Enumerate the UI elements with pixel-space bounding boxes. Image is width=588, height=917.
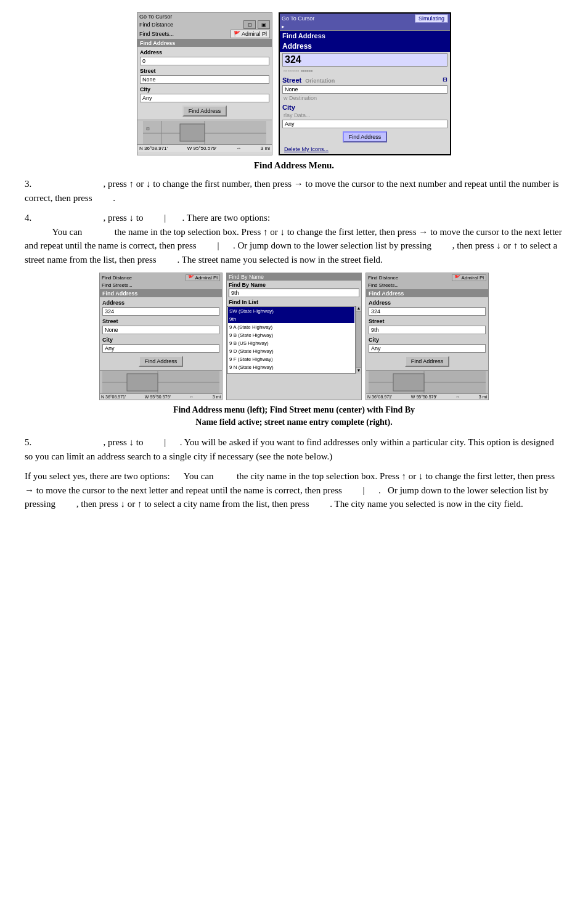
nav-icon-1[interactable]: ⊡ bbox=[243, 20, 256, 29]
delete-icons-label[interactable]: Delete My Icons... bbox=[282, 146, 447, 153]
addr-lbl-br: Address bbox=[369, 300, 486, 306]
find-addr-btn-bl[interactable]: Find Address bbox=[139, 356, 184, 367]
find-by-name-header: Find By Name bbox=[227, 273, 361, 281]
find-in-list-label: Find In List bbox=[227, 298, 361, 306]
br-form: Address 324 Street 9th City Any Find Add… bbox=[366, 297, 488, 370]
top-right-toolbar: Go To Cursor Simulating ▸ bbox=[280, 14, 450, 31]
para-4-text: , press ↓ to | . There are two options: bbox=[34, 213, 270, 223]
destination-label: w Destination bbox=[282, 95, 447, 101]
find-address-header: Find Address bbox=[137, 39, 272, 47]
address-field[interactable]: 0 bbox=[140, 57, 269, 65]
go-to-cursor-label-r: Go To Cursor bbox=[282, 15, 413, 22]
top-screenshots-row: Go To Cursor Find Distance ⊡ ▣ Find Stre… bbox=[25, 12, 563, 155]
find-dist-lbl: Find Distance bbox=[102, 275, 132, 281]
para-4-indent: You can the name in the top selection bo… bbox=[25, 227, 562, 265]
list-item-0[interactable]: 9 A (State Highway) bbox=[228, 323, 354, 331]
find-list-area[interactable]: SW (State Highway) 9th 9 A (State Highwa… bbox=[227, 306, 356, 374]
find-address-button-r[interactable]: Find Address bbox=[343, 131, 388, 142]
svg-rect-4 bbox=[180, 124, 205, 141]
map-svg-bl bbox=[102, 371, 219, 393]
paragraph-5: 5. , press ↓ to | . You will be asked if… bbox=[25, 435, 563, 463]
list-item-3[interactable]: 9 D (State Highway) bbox=[228, 347, 354, 355]
right-form: 324 ▫▫▫▫▫▫▫▫ ▪▪▪▪▪▪ Street Orientation ⊡… bbox=[280, 52, 450, 154]
paragraph-3: 3. , press ↑ or ↓ to change the first nu… bbox=[25, 177, 563, 205]
caption-1: Find Address Menu. bbox=[25, 160, 563, 171]
top-left-panel: Go To Cursor Find Distance ⊡ ▣ Find Stre… bbox=[137, 12, 272, 155]
find-streets-lbl-r: Find Streets... bbox=[367, 282, 487, 289]
find-by-name-section: Find By Name bbox=[227, 281, 361, 298]
svg-rect-9 bbox=[127, 374, 158, 391]
list-scrollbar[interactable]: ▲ ▼ bbox=[356, 306, 361, 374]
address-label: Address bbox=[140, 49, 269, 56]
scroll-down-btn[interactable]: ▼ bbox=[356, 368, 361, 374]
top-right-panel: Go To Cursor Simulating ▸ Find Address A… bbox=[279, 12, 451, 155]
str-lbl-bl: Street bbox=[102, 318, 219, 324]
find-by-name-label: Find By Name bbox=[229, 282, 359, 288]
find-by-name-input[interactable] bbox=[229, 289, 359, 297]
svg-text:⊡: ⊡ bbox=[146, 126, 150, 131]
find-addr-hdr-br: Find Address bbox=[366, 290, 488, 297]
caption-2: Find Address menu (left); Find Street me… bbox=[25, 404, 563, 428]
city-field[interactable]: Any bbox=[140, 94, 269, 102]
location-tag-br: 🚩 Admiral Pl bbox=[452, 274, 486, 281]
address-bold-header: Address bbox=[280, 41, 450, 52]
map-svg: ⊡ bbox=[143, 121, 266, 144]
str-fld-bl[interactable]: None bbox=[102, 326, 219, 334]
bottom-center-panel: Find By Name Find By Name Find In List S… bbox=[226, 273, 362, 400]
street-label-r: Street Orientation ⊡ bbox=[282, 76, 447, 84]
str-fld-br[interactable]: 9th bbox=[369, 326, 486, 334]
map-bl bbox=[100, 370, 222, 393]
simulating-badge: Simulating bbox=[415, 14, 448, 23]
go-to-cursor-label: Go To Cursor bbox=[139, 14, 270, 20]
map-label-r: ▫▫▫▫▫▫▫▫ ▪▪▪▪▪▪ bbox=[282, 68, 447, 74]
city-lbl-br: City bbox=[369, 337, 486, 343]
addr-lbl-bl: Address bbox=[102, 300, 219, 306]
city-fld-br[interactable]: Any bbox=[369, 344, 486, 353]
bottom-right-panel: Find Distance 🚩 Admiral Pl Find Streets.… bbox=[365, 273, 489, 400]
find-addr-btn-br[interactable]: Find Address bbox=[405, 356, 450, 367]
list-item-1[interactable]: 9 B (State Highway) bbox=[228, 331, 354, 339]
list-item-5[interactable]: 9 N (State Highway) bbox=[228, 363, 354, 371]
scroll-up-btn[interactable]: ▲ bbox=[356, 306, 361, 312]
coords-bl: N 36°08.971' W 95°50.579' ↔ 3 mi bbox=[100, 393, 222, 400]
find-dist-lbl-r: Find Distance bbox=[368, 275, 398, 281]
bl-form: Address 324 Street None City Any Find Ad… bbox=[100, 297, 222, 370]
nav-icon-2[interactable]: ▣ bbox=[258, 20, 270, 29]
city-lbl-bl: City bbox=[102, 337, 219, 343]
city-label: City bbox=[140, 86, 269, 93]
find-addr-hdr-bl: Find Address bbox=[100, 290, 222, 297]
find-list-container: SW (State Highway) 9th 9 A (State Highwa… bbox=[227, 306, 361, 374]
city-field-r[interactable]: Any bbox=[282, 120, 447, 128]
str-lbl-br: Street bbox=[369, 318, 486, 324]
top-left-toolbar: Go To Cursor Find Distance ⊡ ▣ Find Stre… bbox=[137, 13, 272, 39]
list-item-4[interactable]: 9 F (State Highway) bbox=[228, 355, 354, 363]
para-3-text: , press ↑ or ↓ to change the first numbe… bbox=[25, 179, 559, 203]
addr-fld-br[interactable]: 324 bbox=[369, 307, 486, 316]
street-field[interactable]: None bbox=[140, 75, 269, 84]
find-address-button[interactable]: Find Address bbox=[182, 105, 227, 117]
bottom-left-panel: Find Distance 🚩 Admiral Pl Find Streets.… bbox=[99, 273, 223, 400]
bottom-screenshots-row: Find Distance 🚩 Admiral Pl Find Streets.… bbox=[25, 273, 563, 400]
street-field-r[interactable]: None bbox=[282, 85, 447, 94]
find-streets-label: Find Streets... bbox=[139, 31, 229, 37]
orientation-icon: ⊡ bbox=[443, 76, 447, 83]
list-item-9th[interactable]: 9th bbox=[228, 315, 354, 323]
list-item-6[interactable]: 9 P (State Highway) bbox=[228, 371, 354, 374]
list-item-sw[interactable]: SW (State Highway) bbox=[228, 307, 354, 315]
city-label-r: City bbox=[282, 104, 447, 111]
city-fld-bl[interactable]: Any bbox=[102, 344, 219, 353]
coords-br: N 36°08.971' W 95°50.579' ↔ 3 mi bbox=[366, 393, 488, 400]
location-tag-bl: 🚩 Admiral Pl bbox=[186, 274, 220, 281]
overlay-label: rlay Data... bbox=[282, 112, 447, 118]
para-5-text: , press ↓ to | . You will be asked if yo… bbox=[25, 437, 554, 461]
list-item-2[interactable]: 9 B (US Highway) bbox=[228, 339, 354, 347]
left-form: Address 0 Street None City Any Find Addr… bbox=[137, 47, 272, 120]
addr-fld-bl[interactable]: 324 bbox=[102, 307, 219, 316]
map-br bbox=[366, 370, 488, 393]
street-label: Street bbox=[140, 68, 269, 74]
address-field-r[interactable]: 324 bbox=[282, 53, 447, 67]
map-svg-br bbox=[369, 371, 486, 393]
map-area-left: ⊡ bbox=[137, 120, 272, 144]
find-streets-lbl: Find Streets... bbox=[101, 282, 221, 289]
paragraph-6: If you select yes, there are two options… bbox=[25, 469, 563, 511]
